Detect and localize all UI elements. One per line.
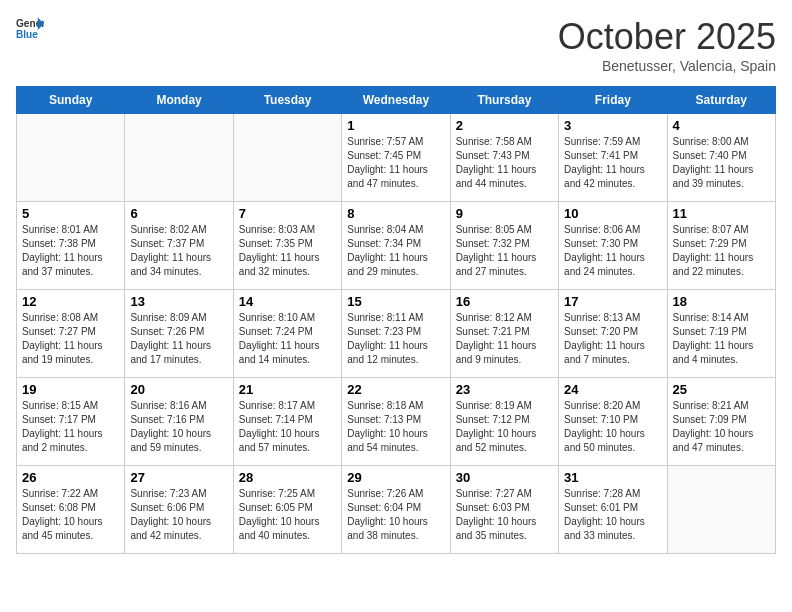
day-info: Sunrise: 8:01 AM Sunset: 7:38 PM Dayligh… [22,223,119,279]
day-number: 2 [456,118,553,133]
day-number: 8 [347,206,444,221]
day-info: Sunrise: 8:04 AM Sunset: 7:34 PM Dayligh… [347,223,444,279]
day-cell: 9Sunrise: 8:05 AM Sunset: 7:32 PM Daylig… [450,202,558,290]
day-cell: 12Sunrise: 8:08 AM Sunset: 7:27 PM Dayli… [17,290,125,378]
day-info: Sunrise: 7:27 AM Sunset: 6:03 PM Dayligh… [456,487,553,543]
day-info: Sunrise: 8:18 AM Sunset: 7:13 PM Dayligh… [347,399,444,455]
day-info: Sunrise: 7:57 AM Sunset: 7:45 PM Dayligh… [347,135,444,191]
weekday-header-row: SundayMondayTuesdayWednesdayThursdayFrid… [17,87,776,114]
day-info: Sunrise: 8:10 AM Sunset: 7:24 PM Dayligh… [239,311,336,367]
day-info: Sunrise: 8:11 AM Sunset: 7:23 PM Dayligh… [347,311,444,367]
weekday-header-sunday: Sunday [17,87,125,114]
day-cell: 23Sunrise: 8:19 AM Sunset: 7:12 PM Dayli… [450,378,558,466]
day-info: Sunrise: 7:59 AM Sunset: 7:41 PM Dayligh… [564,135,661,191]
day-info: Sunrise: 8:20 AM Sunset: 7:10 PM Dayligh… [564,399,661,455]
weekday-header-tuesday: Tuesday [233,87,341,114]
day-info: Sunrise: 7:23 AM Sunset: 6:06 PM Dayligh… [130,487,227,543]
day-cell: 7Sunrise: 8:03 AM Sunset: 7:35 PM Daylig… [233,202,341,290]
day-number: 18 [673,294,770,309]
day-cell: 4Sunrise: 8:00 AM Sunset: 7:40 PM Daylig… [667,114,775,202]
day-number: 9 [456,206,553,221]
day-number: 31 [564,470,661,485]
day-cell: 13Sunrise: 8:09 AM Sunset: 7:26 PM Dayli… [125,290,233,378]
day-info: Sunrise: 8:02 AM Sunset: 7:37 PM Dayligh… [130,223,227,279]
day-number: 28 [239,470,336,485]
day-info: Sunrise: 7:26 AM Sunset: 6:04 PM Dayligh… [347,487,444,543]
day-number: 25 [673,382,770,397]
day-number: 10 [564,206,661,221]
svg-text:Blue: Blue [16,29,38,40]
day-cell: 1Sunrise: 7:57 AM Sunset: 7:45 PM Daylig… [342,114,450,202]
day-cell: 28Sunrise: 7:25 AM Sunset: 6:05 PM Dayli… [233,466,341,554]
day-info: Sunrise: 8:21 AM Sunset: 7:09 PM Dayligh… [673,399,770,455]
day-number: 19 [22,382,119,397]
logo-icon: General Blue [16,16,44,44]
day-info: Sunrise: 8:15 AM Sunset: 7:17 PM Dayligh… [22,399,119,455]
weekday-header-thursday: Thursday [450,87,558,114]
day-cell: 15Sunrise: 8:11 AM Sunset: 7:23 PM Dayli… [342,290,450,378]
day-cell: 29Sunrise: 7:26 AM Sunset: 6:04 PM Dayli… [342,466,450,554]
day-info: Sunrise: 7:22 AM Sunset: 6:08 PM Dayligh… [22,487,119,543]
day-info: Sunrise: 8:14 AM Sunset: 7:19 PM Dayligh… [673,311,770,367]
day-info: Sunrise: 8:17 AM Sunset: 7:14 PM Dayligh… [239,399,336,455]
day-info: Sunrise: 8:09 AM Sunset: 7:26 PM Dayligh… [130,311,227,367]
day-number: 14 [239,294,336,309]
day-cell: 5Sunrise: 8:01 AM Sunset: 7:38 PM Daylig… [17,202,125,290]
day-cell: 20Sunrise: 8:16 AM Sunset: 7:16 PM Dayli… [125,378,233,466]
day-number: 23 [456,382,553,397]
day-cell: 6Sunrise: 8:02 AM Sunset: 7:37 PM Daylig… [125,202,233,290]
day-cell: 8Sunrise: 8:04 AM Sunset: 7:34 PM Daylig… [342,202,450,290]
weekday-header-wednesday: Wednesday [342,87,450,114]
day-cell: 22Sunrise: 8:18 AM Sunset: 7:13 PM Dayli… [342,378,450,466]
day-number: 29 [347,470,444,485]
day-number: 13 [130,294,227,309]
day-cell [667,466,775,554]
logo: General Blue [16,16,44,44]
day-number: 21 [239,382,336,397]
day-number: 22 [347,382,444,397]
day-cell: 30Sunrise: 7:27 AM Sunset: 6:03 PM Dayli… [450,466,558,554]
day-cell: 16Sunrise: 8:12 AM Sunset: 7:21 PM Dayli… [450,290,558,378]
day-cell: 10Sunrise: 8:06 AM Sunset: 7:30 PM Dayli… [559,202,667,290]
day-number: 30 [456,470,553,485]
day-number: 3 [564,118,661,133]
day-number: 15 [347,294,444,309]
week-row-4: 19Sunrise: 8:15 AM Sunset: 7:17 PM Dayli… [17,378,776,466]
day-cell: 11Sunrise: 8:07 AM Sunset: 7:29 PM Dayli… [667,202,775,290]
day-cell: 27Sunrise: 7:23 AM Sunset: 6:06 PM Dayli… [125,466,233,554]
day-cell: 26Sunrise: 7:22 AM Sunset: 6:08 PM Dayli… [17,466,125,554]
day-number: 4 [673,118,770,133]
day-number: 26 [22,470,119,485]
day-info: Sunrise: 8:00 AM Sunset: 7:40 PM Dayligh… [673,135,770,191]
weekday-header-monday: Monday [125,87,233,114]
day-number: 11 [673,206,770,221]
day-number: 27 [130,470,227,485]
day-cell: 18Sunrise: 8:14 AM Sunset: 7:19 PM Dayli… [667,290,775,378]
weekday-header-saturday: Saturday [667,87,775,114]
day-info: Sunrise: 8:06 AM Sunset: 7:30 PM Dayligh… [564,223,661,279]
day-cell: 17Sunrise: 8:13 AM Sunset: 7:20 PM Dayli… [559,290,667,378]
title-block: October 2025 Benetusser, Valencia, Spain [558,16,776,74]
week-row-3: 12Sunrise: 8:08 AM Sunset: 7:27 PM Dayli… [17,290,776,378]
week-row-1: 1Sunrise: 7:57 AM Sunset: 7:45 PM Daylig… [17,114,776,202]
day-number: 7 [239,206,336,221]
day-number: 5 [22,206,119,221]
day-number: 20 [130,382,227,397]
day-cell [125,114,233,202]
day-info: Sunrise: 7:58 AM Sunset: 7:43 PM Dayligh… [456,135,553,191]
day-info: Sunrise: 8:07 AM Sunset: 7:29 PM Dayligh… [673,223,770,279]
day-cell: 3Sunrise: 7:59 AM Sunset: 7:41 PM Daylig… [559,114,667,202]
day-info: Sunrise: 8:12 AM Sunset: 7:21 PM Dayligh… [456,311,553,367]
page-header: General Blue October 2025 Benetusser, Va… [16,16,776,74]
day-info: Sunrise: 7:28 AM Sunset: 6:01 PM Dayligh… [564,487,661,543]
day-number: 1 [347,118,444,133]
day-cell [17,114,125,202]
day-cell: 2Sunrise: 7:58 AM Sunset: 7:43 PM Daylig… [450,114,558,202]
day-info: Sunrise: 8:03 AM Sunset: 7:35 PM Dayligh… [239,223,336,279]
week-row-2: 5Sunrise: 8:01 AM Sunset: 7:38 PM Daylig… [17,202,776,290]
day-info: Sunrise: 7:25 AM Sunset: 6:05 PM Dayligh… [239,487,336,543]
calendar-table: SundayMondayTuesdayWednesdayThursdayFrid… [16,86,776,554]
day-cell: 19Sunrise: 8:15 AM Sunset: 7:17 PM Dayli… [17,378,125,466]
location: Benetusser, Valencia, Spain [558,58,776,74]
day-cell: 24Sunrise: 8:20 AM Sunset: 7:10 PM Dayli… [559,378,667,466]
